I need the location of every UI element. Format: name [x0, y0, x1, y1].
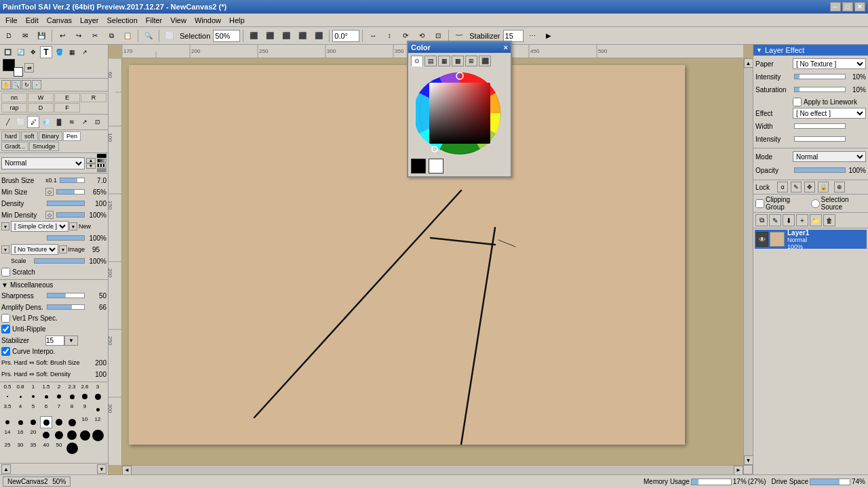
bi-pen[interactable]: 🖊	[27, 116, 39, 128]
color-wheel-container[interactable]	[416, 69, 504, 157]
tool-select[interactable]: 🔲	[1, 46, 14, 58]
texture-select[interactable]: [ No Texture ]	[11, 244, 58, 255]
texture-slider[interactable]	[34, 258, 85, 264]
tool-btn-copy[interactable]: ⧉	[104, 28, 119, 43]
scroll-up-btn[interactable]: ▲	[1, 464, 11, 474]
align-btn-3[interactable]: ⬛	[279, 28, 294, 43]
apply-linework-checkbox[interactable]	[793, 98, 802, 106]
shortcut-nn[interactable]: nn	[1, 93, 27, 102]
min-density-toggle[interactable]: ◇	[45, 211, 54, 219]
texture-collapse[interactable]: ▼	[1, 245, 9, 253]
btn-binary[interactable]: Binary	[39, 131, 63, 141]
rotation-input[interactable]	[332, 30, 359, 42]
layer-item-0[interactable]: 👁 Layer1 Normal 100%	[755, 230, 867, 249]
density-slider[interactable]	[47, 201, 85, 206]
bp-dot-50[interactable]	[14, 455, 26, 462]
menu-selection[interactable]: Selection	[103, 15, 142, 26]
color-tab-mix[interactable]: ⊞	[465, 56, 477, 66]
sc-eyedrop[interactable]: 💉	[32, 80, 41, 89]
bp-dot-1[interactable]	[27, 390, 39, 403]
color-tab-cmyk[interactable]: ▩	[452, 56, 464, 66]
tool-btn-3[interactable]: 💾	[34, 28, 49, 43]
clipping-checkbox[interactable]	[755, 199, 764, 208]
bp-dot-12[interactable]	[53, 429, 65, 441]
intensity2-slider[interactable]	[794, 136, 846, 142]
brush-size-slider[interactable]	[60, 178, 85, 183]
align-btn-4[interactable]: ⬛	[295, 28, 310, 43]
bi-airbrush[interactable]: 💨	[40, 116, 52, 128]
bp-dot-0.5[interactable]	[1, 390, 14, 403]
bp-dot-2.3[interactable]	[66, 390, 78, 403]
maximize-button[interactable]: □	[842, 2, 853, 12]
shape-texture[interactable]	[97, 168, 106, 172]
bp-dot-1.5[interactable]	[40, 390, 52, 403]
min-size-slider[interactable]	[56, 189, 85, 195]
color-tab-palette[interactable]: ⬛	[479, 56, 491, 66]
min-size-toggle[interactable]: ◇	[45, 188, 54, 196]
align-btn-1[interactable]: ⬛	[246, 28, 261, 43]
shortcut-W[interactable]: W	[28, 93, 54, 102]
lock-all-icon[interactable]: 🔒	[818, 182, 829, 192]
layer-merge-btn[interactable]: ⬇	[783, 214, 795, 226]
bp-dot-14[interactable]	[66, 429, 78, 441]
canvas-tab[interactable]: NewCanvas2 50%	[3, 476, 71, 487]
lock-move-icon[interactable]: ✥	[804, 182, 815, 192]
stabilizer-misc-input[interactable]	[45, 336, 64, 346]
align-btn-2[interactable]: ⬛	[262, 28, 277, 43]
stabilizer-input[interactable]	[503, 30, 524, 42]
shape-slider[interactable]	[47, 235, 85, 241]
scroll-down-btn[interactable]: ▼	[97, 464, 106, 474]
minimize-button[interactable]: ─	[830, 2, 841, 12]
shape-collapse[interactable]: ▼	[1, 222, 9, 230]
selection-source-radio[interactable]	[811, 199, 820, 208]
mode-up[interactable]: ▲	[86, 158, 96, 163]
bp-dot-3.5[interactable]	[92, 403, 104, 415]
bp-dot-5[interactable]	[14, 416, 26, 428]
bi-smudge[interactable]: ↗	[79, 116, 91, 128]
btn-grad[interactable]: Gradt...	[1, 142, 28, 151]
color-tab-hsv[interactable]: ▦	[438, 56, 450, 66]
shape-menu[interactable]: ▼	[69, 222, 77, 230]
scroll-v-up[interactable]: ▲	[744, 58, 753, 68]
scroll-v-track[interactable]	[744, 68, 753, 455]
color-tab-rgb[interactable]: ▤	[425, 56, 437, 66]
shortcut-rap[interactable]: rap	[1, 103, 27, 113]
stabilizer-settings[interactable]: ⋯	[525, 28, 540, 43]
menu-edit[interactable]: Edit	[22, 15, 43, 26]
bp-dot-4[interactable]	[1, 416, 14, 428]
layer-delete-btn[interactable]: 🗑	[823, 214, 835, 226]
layer-add-btn[interactable]: +	[796, 214, 808, 226]
min-density-slider[interactable]	[56, 212, 85, 218]
sharpness-slider[interactable]	[47, 293, 85, 298]
tool-btn-1[interactable]: 🗋	[1, 28, 16, 43]
flip-btn[interactable]: ↔	[366, 28, 380, 43]
scroll-h-left[interactable]: ◄	[122, 466, 132, 475]
menu-file[interactable]: File	[1, 15, 22, 26]
canvas-scrollbar-h[interactable]: ◄ ►	[122, 465, 743, 474]
shape-solid[interactable]	[97, 154, 106, 158]
shape-select[interactable]: [ Simple Circle ]	[11, 221, 68, 232]
tool-btn-5[interactable]: 🔍	[141, 28, 156, 43]
selection-input[interactable]	[213, 30, 240, 42]
bp-dot-40[interactable]	[1, 455, 14, 462]
bi-blur[interactable]: ≋	[66, 116, 78, 128]
bp-dot-30[interactable]	[79, 442, 91, 454]
stabilizer-misc-btn[interactable]: ▼	[64, 336, 78, 346]
swap-colors-btn[interactable]: ⇄	[24, 63, 34, 73]
lock-alpha-icon[interactable]: α	[777, 182, 788, 192]
blend-mode-select[interactable]: Normal Multiply Screen Overlay	[1, 157, 85, 169]
ver1-checkbox[interactable]	[1, 314, 10, 323]
amplify-slider[interactable]	[47, 304, 85, 310]
menu-view[interactable]: View	[166, 15, 191, 26]
tool-btn-undo[interactable]: ↩	[55, 28, 70, 43]
bp-dot-35[interactable]	[92, 442, 104, 454]
bp-dot-7[interactable]	[40, 416, 52, 428]
tool-btn-redo[interactable]: ↪	[71, 28, 86, 43]
btn-hard[interactable]: hard	[1, 131, 20, 141]
width-slider[interactable]	[794, 123, 846, 129]
tool-btn-4[interactable]: ✂	[87, 28, 102, 43]
color-previous-preview[interactable]	[429, 159, 443, 174]
align-btn-5[interactable]: ⬛	[311, 28, 326, 43]
bp-dot-20[interactable]	[92, 429, 104, 441]
tool-btn-2[interactable]: ✉	[18, 28, 33, 43]
